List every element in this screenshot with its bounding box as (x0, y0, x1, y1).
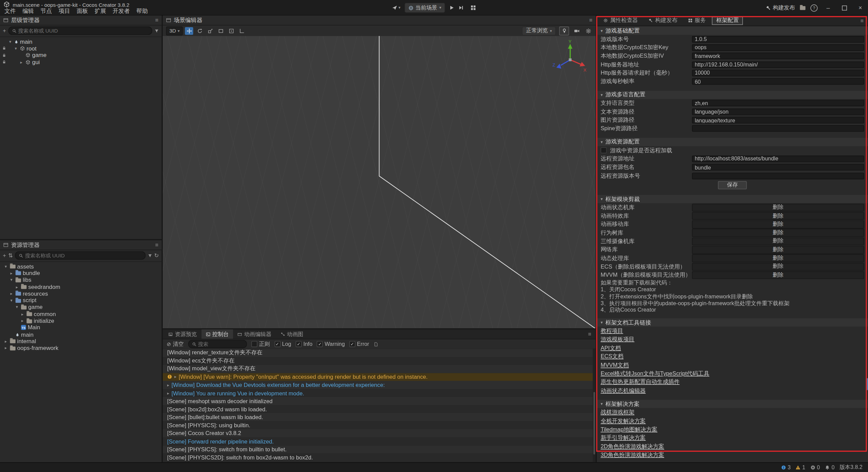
log-row[interactable]: [Scene] Cocos Creator v3.8.2 (163, 429, 593, 437)
log-row[interactable]: ▸[Window] [Vue warn]: Property "onInput"… (163, 373, 593, 381)
coordinate-toggle-button[interactable] (238, 27, 246, 35)
doc-link[interactable]: 全栈开发解决方案 (600, 417, 646, 425)
tree-item[interactable]: ▸initialize (0, 317, 162, 324)
caret-icon[interactable]: ▸ (20, 318, 25, 323)
inspector-tab[interactable]: 构建发布 (644, 16, 682, 24)
checkbox-icon[interactable]: ✓ (296, 341, 302, 347)
tree-item[interactable]: ▸bundle (0, 270, 162, 277)
regex-toggle[interactable]: 正则 (251, 340, 270, 348)
log-row[interactable]: ▸[Window] Download the Vue Devtools exte… (163, 381, 593, 389)
preview-target-button[interactable]: ▾ (392, 5, 400, 11)
tree-item[interactable]: ▸gui (0, 59, 162, 65)
log-row[interactable]: [Scene] [bullet]:bullet wasm lib loaded. (163, 413, 593, 421)
log-row[interactable]: [Scene] [PHYSICS]: using builtin. (163, 421, 593, 429)
checkbox-icon[interactable]: ✓ (349, 341, 355, 347)
hamburger-menu-icon[interactable]: ≡ (589, 17, 592, 23)
view-gizmo[interactable]: Y X Z (552, 39, 589, 75)
delete-module-button[interactable]: 删除 (692, 271, 864, 279)
inspector-tab[interactable]: 属性检查器 (599, 16, 643, 24)
hierarchy-search-input[interactable] (18, 28, 149, 33)
build-publish-button[interactable]: 构建发布 (766, 4, 795, 12)
tree-item[interactable]: ▸internal (0, 338, 162, 345)
config-input[interactable] (692, 156, 864, 162)
log-row[interactable]: [Scene] meshopt wasm decoder initialized (163, 397, 593, 405)
maximize-button[interactable] (839, 2, 850, 14)
menu-item[interactable]: 扩展 (91, 7, 109, 14)
menu-item[interactable]: 面板 (73, 7, 91, 14)
doc-link[interactable]: 新手引导解决方案 (600, 434, 646, 442)
delete-module-button[interactable]: 删除 (692, 246, 864, 254)
console-search-input[interactable] (198, 341, 243, 347)
expand-caret-icon[interactable]: ▸ (174, 374, 176, 379)
scene-light-toggle[interactable] (559, 26, 569, 35)
log-row[interactable]: [Scene] [box2d]:box2d wasm lib loaded. (163, 405, 593, 413)
tree-item[interactable]: TSMain (0, 324, 162, 331)
assets-search[interactable] (15, 251, 145, 259)
delete-module-button[interactable]: 删除 (692, 254, 864, 262)
console-search[interactable] (188, 340, 247, 348)
hamburger-menu-icon[interactable]: ≡ (860, 17, 866, 23)
config-input[interactable] (692, 70, 864, 76)
expand-caret-icon[interactable]: ▸ (167, 382, 169, 388)
move-tool-button[interactable] (185, 27, 193, 35)
section-header[interactable]: ▾游戏基础配置 (597, 26, 868, 35)
log-row[interactable]: [Window] render_texture文件夹不存在 (163, 349, 593, 357)
caret-icon[interactable]: ▸ (3, 339, 8, 344)
hamburger-menu-icon[interactable]: ≡ (155, 242, 158, 248)
config-input[interactable] (692, 44, 864, 51)
config-input[interactable] (692, 36, 864, 43)
scene-select-dropdown[interactable]: 当前场景 ▾ (404, 3, 445, 13)
caret-icon[interactable]: ▾ (14, 305, 19, 310)
caret-icon[interactable]: ▾ (8, 39, 13, 44)
view-mode-dropdown[interactable]: 正常浏览 ▾ (522, 26, 556, 35)
doc-link[interactable]: MVVM文档 (600, 361, 629, 369)
gizmo-y-label[interactable]: Y (569, 39, 572, 44)
tree-item[interactable]: ▸seedrandom (0, 283, 162, 290)
log-filter-toggle[interactable]: ✓Log (274, 341, 291, 347)
inspector-tab[interactable]: 框架配置 (712, 16, 743, 24)
hierarchy-search[interactable] (8, 26, 152, 35)
log-filter-toggle[interactable]: ✓Error (349, 341, 369, 347)
clear-console-button[interactable]: 清空 (166, 340, 183, 348)
config-input[interactable] (692, 100, 864, 107)
log-filter-toggle[interactable]: ✓Warning (317, 341, 345, 347)
error-count-badge[interactable]: 0 (810, 465, 820, 471)
config-input[interactable] (692, 173, 864, 179)
step-button[interactable] (458, 5, 464, 11)
create-node-button[interactable]: + (3, 28, 6, 34)
doc-link[interactable]: ECS文档 (600, 353, 623, 360)
scene-editor-header[interactable]: 场景编辑器 ≡ (163, 16, 596, 25)
log-row[interactable]: [Window] model_view文件夹不存在 (163, 365, 593, 373)
config-input[interactable] (692, 117, 864, 124)
hierarchy-filter-button[interactable] (155, 28, 159, 33)
tree-item[interactable]: ▸resources (0, 290, 162, 297)
log-row[interactable]: [Scene] [PHYSICS2D]: switch from box2d-w… (163, 453, 593, 461)
save-button[interactable]: 保存 (718, 181, 747, 189)
pivot-toggle-button[interactable] (227, 27, 235, 35)
log-filter-toggle[interactable]: ✓Info (296, 341, 313, 347)
gizmo-z-label[interactable]: Z (552, 62, 555, 67)
refresh-assets-button[interactable]: ↻ (154, 252, 159, 258)
tree-item[interactable]: ▾assets (0, 263, 162, 270)
doc-link[interactable]: Tiledmap地图解决方案 (600, 426, 657, 433)
scene-viewport[interactable]: Y X Z (163, 36, 596, 328)
close-button[interactable]: × (855, 2, 866, 14)
inspector-tab[interactable]: 服务 (684, 16, 710, 24)
remote-load-checkbox[interactable] (600, 147, 607, 153)
scale-tool-button[interactable] (206, 27, 214, 35)
doc-link[interactable]: 原生包热更新配置自动生成插件 (600, 378, 679, 386)
caret-icon[interactable]: ▸ (14, 284, 19, 289)
console-scrollbar[interactable] (593, 349, 596, 463)
regex-checkbox[interactable] (251, 341, 257, 347)
config-input[interactable] (692, 125, 864, 132)
section-header[interactable]: ▾框架解决方案 (597, 400, 868, 408)
menu-item[interactable]: 开发者 (110, 7, 133, 14)
caret-icon[interactable]: ▾ (9, 277, 14, 282)
warning-count-badge[interactable]: 1 (796, 465, 805, 471)
log-count-badge[interactable]: 3 (781, 465, 790, 471)
tree-item[interactable]: ▾libs (0, 277, 162, 283)
caret-icon[interactable]: ▾ (9, 298, 14, 303)
create-asset-button[interactable]: + (3, 252, 6, 258)
tree-item[interactable]: ▸oops-framework (0, 345, 162, 351)
checkbox-icon[interactable]: ✓ (274, 341, 280, 347)
